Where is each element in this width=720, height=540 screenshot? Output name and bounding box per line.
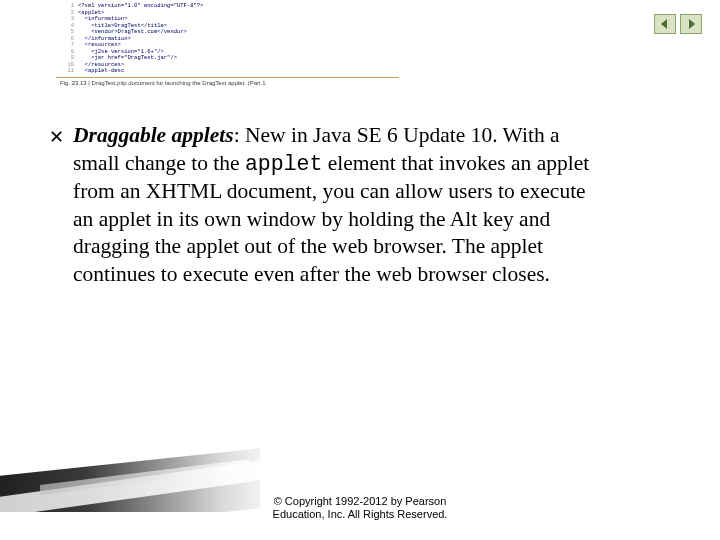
lead-term: Draggable applets: [73, 123, 234, 147]
svg-marker-0: [661, 19, 667, 29]
copyright-line1: © Copyright 1992-2012 by Pearson: [0, 495, 720, 509]
nav-controls: [654, 14, 702, 34]
bullet-icon: ✕: [49, 126, 63, 148]
copyright-footer: © Copyright 1992-2012 by Pearson Educati…: [0, 495, 720, 523]
arrow-left-icon: [659, 18, 671, 30]
code-inline: applet: [245, 152, 322, 176]
code-figure: 1<?xml version="1.0" encoding="UTF-8"?> …: [55, 0, 400, 92]
prev-button[interactable]: [654, 14, 676, 34]
paragraph: Draggable applets: New in Java SE 6 Upda…: [73, 122, 609, 288]
slide: 1<?xml version="1.0" encoding="UTF-8"?> …: [0, 0, 720, 540]
copyright-line2: Education, Inc. All Rights Reserved.: [0, 508, 720, 522]
code-listing: 1<?xml version="1.0" encoding="UTF-8"?> …: [56, 1, 399, 75]
figure-caption: Fig. 23.13 | DragTest.jnlp document for …: [56, 77, 399, 86]
svg-marker-1: [689, 19, 695, 29]
body-text: ✕ Draggable applets: New in Java SE 6 Up…: [49, 122, 609, 288]
next-button[interactable]: [680, 14, 702, 34]
arrow-right-icon: [685, 18, 697, 30]
